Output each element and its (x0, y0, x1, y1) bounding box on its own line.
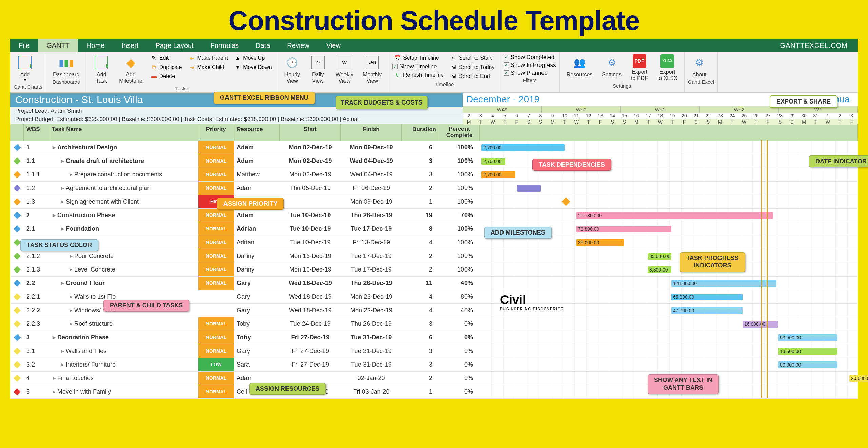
priority-cell[interactable]: LOW (198, 358, 234, 371)
gantt-bar[interactable]: 20,000.00 (849, 375, 868, 382)
task-name-cell[interactable]: ▸Level Concrete (49, 263, 198, 276)
priority-cell[interactable]: NORMAL (198, 277, 234, 290)
add-button[interactable]: + Add ▾ (14, 54, 37, 83)
table-row[interactable]: 2.1 ▸Foundation NORMAL Adrian Tue 10-Dec… (10, 222, 858, 236)
gantt-cell[interactable] (480, 195, 858, 208)
task-name-cell[interactable]: ▸Prepare construction documents (49, 168, 198, 181)
duration-cell[interactable]: 6 (402, 141, 439, 154)
task-name-cell[interactable]: ▸Construction Phase (49, 209, 198, 222)
resource-cell[interactable]: Gary (234, 304, 280, 317)
duration-cell[interactable]: 11 (402, 277, 439, 290)
pct-cell[interactable]: 100% (439, 168, 480, 181)
task-name-cell[interactable]: ▸Ground Floor (49, 277, 198, 290)
gantt-cell[interactable]: 13,500.00 (480, 344, 858, 358)
pct-cell[interactable]: 100% (439, 263, 480, 276)
gantt-cell[interactable]: 93,500.00 (480, 331, 858, 344)
duration-cell[interactable]: 2 (402, 372, 439, 385)
start-cell[interactable]: Mon 02-Dec-19 (280, 168, 341, 181)
priority-cell[interactable]: NORMAL (198, 209, 234, 222)
resource-cell[interactable]: Gary (234, 290, 280, 303)
start-cell[interactable]: Tue 10-Dec-19 (280, 209, 341, 222)
duration-cell[interactable]: 3 (402, 358, 439, 371)
duration-cell[interactable]: 2 (402, 263, 439, 276)
priority-cell[interactable]: NORMAL (198, 263, 234, 276)
duration-cell[interactable]: 4 (402, 304, 439, 317)
col-task-name[interactable]: Task Name (49, 124, 198, 141)
duration-cell[interactable]: 3 (402, 154, 439, 168)
priority-cell[interactable]: NORMAL (198, 222, 234, 236)
duration-cell[interactable]: 2 (402, 182, 439, 195)
pct-cell[interactable]: 80% (439, 290, 480, 303)
gantt-bar[interactable]: 65,000.00 (671, 294, 743, 300)
finish-cell[interactable]: Fri 13-Dec-19 (341, 236, 402, 249)
table-row[interactable]: 3 ▸Decoration Phase NORMAL Toby Fri 27-D… (10, 331, 858, 344)
finish-cell[interactable]: Mon 23-Dec-19 (341, 290, 402, 303)
duration-cell[interactable]: 4 (402, 290, 439, 303)
pct-cell[interactable]: 100% (439, 249, 480, 263)
pct-cell[interactable]: 0% (439, 331, 480, 344)
scroll-today-button[interactable]: ⇲Scroll to Today (448, 63, 496, 72)
pct-cell[interactable]: 40% (439, 277, 480, 290)
gantt-bar[interactable]: 35,000.00 (648, 253, 671, 260)
finish-cell[interactable]: Mon 23-Dec-19 (341, 304, 402, 317)
finish-cell[interactable]: Mon 09-Dec-19 (341, 195, 402, 208)
gantt-milestone[interactable] (561, 197, 570, 206)
table-row[interactable]: 4 ▸Final touches NORMAL Adam 02-Jan-20 2… (10, 372, 858, 385)
make-child-button[interactable]: ⇥Make Child (186, 63, 230, 72)
start-cell[interactable]: Fri 27-Dec-19 (280, 358, 341, 371)
resource-cell[interactable]: Adam (234, 154, 280, 168)
resources-button[interactable]: 👥Resources (563, 54, 596, 78)
expand-icon[interactable]: ▸ (61, 157, 64, 165)
dashboard-button[interactable]: ▮▮▮ Dashboard (50, 54, 83, 78)
start-cell[interactable]: Wed 18-Dec-19 (280, 277, 341, 290)
menu-home[interactable]: Home (78, 39, 113, 52)
finish-cell[interactable]: Tue 31-Dec-19 (341, 331, 402, 344)
edit-button[interactable]: ✎Edit (149, 54, 184, 62)
table-row[interactable]: 1.1 ▸Create draft of architecture NORMAL… (10, 154, 858, 168)
refresh-timeline-button[interactable]: ↻Refresh Timeline (392, 71, 446, 79)
resource-cell[interactable]: Gary (234, 277, 280, 290)
gantt-bar[interactable]: 73,800.00 (576, 226, 671, 232)
menu-data[interactable]: Data (247, 39, 278, 52)
expand-icon[interactable]: ▸ (61, 347, 64, 355)
expand-icon[interactable]: ▸ (53, 334, 56, 341)
start-cell[interactable]: Wed 18-Dec-19 (280, 304, 341, 317)
move-up-button[interactable]: ▲Move Up (232, 54, 273, 62)
priority-cell[interactable]: NORMAL (198, 372, 234, 385)
col-resource[interactable]: Resource (234, 124, 280, 141)
priority-cell[interactable] (198, 304, 234, 317)
expand-icon[interactable]: ▸ (70, 171, 73, 178)
menu-view[interactable]: View (318, 39, 349, 52)
expand-icon[interactable]: ▸ (53, 144, 56, 151)
priority-cell[interactable]: NORMAL (198, 182, 234, 195)
task-name-cell[interactable]: ▸Create draft of architecture (49, 154, 198, 168)
gantt-cell[interactable]: 35,000.00 (480, 249, 858, 263)
start-cell[interactable] (280, 195, 341, 208)
expand-icon[interactable]: ▸ (53, 211, 56, 219)
col-finish[interactable]: Finish (341, 124, 402, 141)
resource-cell[interactable]: Sara (234, 358, 280, 371)
priority-cell[interactable]: NORMAL (198, 331, 234, 344)
setup-timeline-button[interactable]: 📅Setup Timeline (392, 54, 446, 62)
finish-cell[interactable]: Thu 26-Dec-19 (341, 209, 402, 222)
duration-cell[interactable]: 3 (402, 317, 439, 331)
gantt-bar[interactable]: 93,500.00 (778, 334, 837, 341)
resource-cell[interactable]: Danny (234, 263, 280, 276)
resource-cell[interactable]: Danny (234, 249, 280, 263)
finish-cell[interactable]: Fri 06-Dec-19 (341, 182, 402, 195)
expand-icon[interactable]: ▸ (61, 279, 64, 287)
gantt-bar[interactable]: 201,800.00 (576, 212, 773, 219)
finish-cell[interactable]: Mon 09-Dec-19 (341, 141, 402, 154)
menu-gantt[interactable]: GANTT (38, 39, 78, 52)
pct-cell[interactable]: 100% (439, 141, 480, 154)
menu-formulas[interactable]: Formulas (202, 39, 247, 52)
finish-cell[interactable]: Tue 17-Dec-19 (341, 263, 402, 276)
gantt-bar[interactable]: 47,000.00 (671, 307, 743, 314)
gantt-cell[interactable] (480, 182, 858, 195)
resource-cell[interactable]: Matthew (234, 168, 280, 181)
gantt-cell[interactable]: 128,000.00 (480, 277, 858, 290)
gantt-cell[interactable]: 201,800.00 (480, 209, 858, 222)
start-cell[interactable]: Tue 10-Dec-19 (280, 236, 341, 249)
expand-icon[interactable]: ▸ (70, 293, 73, 300)
monthly-view-button[interactable]: JANMonthly View (359, 54, 385, 85)
